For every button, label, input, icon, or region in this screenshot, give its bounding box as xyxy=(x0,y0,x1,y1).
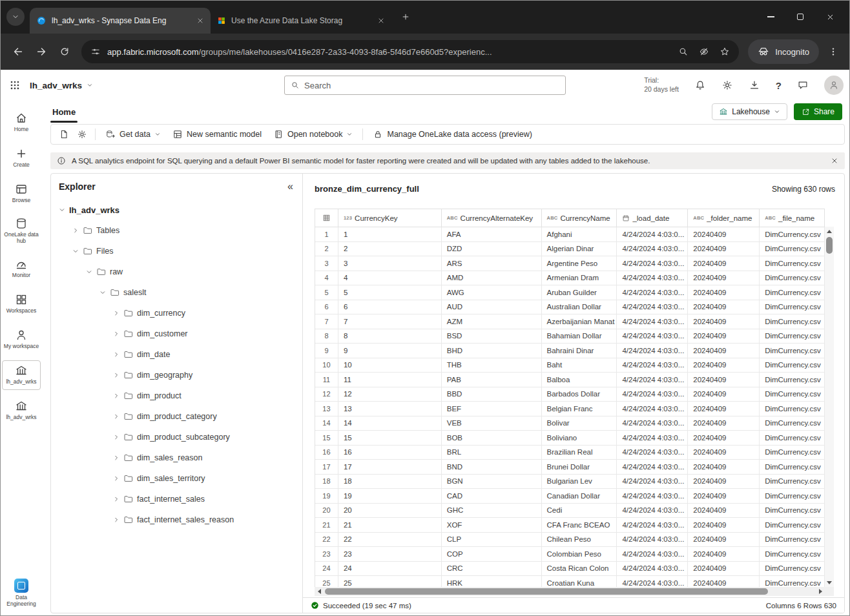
chevron-down-icon[interactable] xyxy=(57,207,66,213)
select-all-cell[interactable] xyxy=(315,209,338,227)
forward-button[interactable] xyxy=(30,40,53,63)
tree-item-dim_date[interactable]: dim_date xyxy=(51,344,302,365)
chevron-right-icon[interactable] xyxy=(112,372,120,378)
eye-blocked-icon[interactable] xyxy=(699,46,709,57)
column-header-_load_date[interactable]: _load_date xyxy=(617,209,688,227)
tree-item-raw[interactable]: raw xyxy=(51,262,302,282)
tree-item-fact_internet_sales[interactable]: fact_internet_sales xyxy=(51,489,302,509)
chevron-right-icon[interactable] xyxy=(71,227,79,234)
row-number-cell[interactable]: 24 xyxy=(315,562,338,577)
tree-item-Files[interactable]: Files xyxy=(51,241,302,262)
browser-tab-inactive[interactable]: Use the Azure Data Lake Storag xyxy=(211,8,391,34)
tree-item-dim_sales_territory[interactable]: dim_sales_territory xyxy=(51,468,302,489)
chevron-right-icon[interactable] xyxy=(112,310,120,316)
scroll-up-button[interactable] xyxy=(825,227,834,236)
help-button[interactable]: ? xyxy=(776,80,782,91)
manage-onelake-access-button[interactable]: Manage OneLake data access (preview) xyxy=(367,126,537,143)
tree-item-saleslt[interactable]: saleslt xyxy=(51,282,302,303)
vertical-scroll-thumb[interactable] xyxy=(826,237,833,254)
chevron-right-icon[interactable] xyxy=(112,517,120,523)
chevron-right-icon[interactable] xyxy=(112,393,120,399)
row-number-cell[interactable]: 12 xyxy=(315,387,338,402)
tree-item-dim_product_category[interactable]: dim_product_category xyxy=(51,406,302,427)
workspace-switcher[interactable]: lh_adv_wrks xyxy=(30,81,93,90)
row-number-cell[interactable]: 1 xyxy=(315,227,338,242)
maximize-button[interactable] xyxy=(785,0,815,34)
lakehouse-mode-dropdown[interactable]: Lakehouse xyxy=(712,103,787,120)
chevron-right-icon[interactable] xyxy=(112,351,120,358)
row-number-cell[interactable]: 17 xyxy=(315,460,338,475)
chevron-down-icon[interactable] xyxy=(71,248,79,254)
row-number-cell[interactable]: 4 xyxy=(315,271,338,286)
tree-item-dim_currency[interactable]: dim_currency xyxy=(51,303,302,323)
row-number-cell[interactable]: 9 xyxy=(315,344,338,358)
tree-item-dim_geography[interactable]: dim_geography xyxy=(51,365,302,385)
scroll-right-button[interactable] xyxy=(816,587,825,596)
scroll-left-button[interactable] xyxy=(315,587,324,596)
tab-home[interactable]: Home xyxy=(50,101,78,123)
nav-rail-item-browse[interactable]: Browse xyxy=(2,178,41,208)
column-header-CurrencyAlternateKey[interactable]: ABCCurrencyAlternateKey xyxy=(442,209,542,227)
collapse-explorer-button[interactable]: « xyxy=(287,181,293,192)
row-number-cell[interactable]: 19 xyxy=(315,489,338,504)
notifications-button[interactable] xyxy=(694,79,706,91)
bookmark-star-icon[interactable] xyxy=(720,46,730,57)
tree-item-Tables[interactable]: Tables xyxy=(51,220,302,241)
browser-menu-button[interactable] xyxy=(823,40,844,63)
back-button[interactable] xyxy=(6,40,30,63)
nav-rail-item-lakehouse-2[interactable]: lh_adv_wrks xyxy=(2,396,41,426)
downloads-button[interactable] xyxy=(749,79,760,91)
minimize-button[interactable] xyxy=(756,0,785,34)
new-semantic-model-button[interactable]: New semantic model xyxy=(167,126,267,143)
scroll-down-button[interactable] xyxy=(825,578,834,587)
nav-rail-item-home[interactable]: Home xyxy=(2,107,41,137)
export-button[interactable] xyxy=(55,126,73,143)
feedback-button[interactable] xyxy=(797,79,809,91)
tree-item-dim_product_subcategory[interactable]: dim_product_subcategory xyxy=(51,427,302,447)
close-window-button[interactable] xyxy=(815,0,845,34)
row-number-cell[interactable]: 11 xyxy=(315,373,338,387)
row-number-cell[interactable]: 5 xyxy=(315,285,338,300)
tree-item-fact_internet_sales_reason[interactable]: fact_internet_sales_reason xyxy=(51,509,302,530)
url-bar[interactable]: app.fabric.microsoft.com /groups/me/lake… xyxy=(81,40,739,63)
tab-close-icon[interactable] xyxy=(377,17,385,25)
row-number-cell[interactable]: 14 xyxy=(315,416,338,431)
row-number-cell[interactable]: 6 xyxy=(315,300,338,315)
browser-tab-active[interactable]: lh_adv_wrks - Synapse Data Eng xyxy=(30,8,211,34)
tab-close-icon[interactable] xyxy=(196,17,204,25)
row-number-cell[interactable]: 20 xyxy=(315,504,338,518)
row-number-cell[interactable]: 23 xyxy=(315,547,338,562)
row-number-cell[interactable]: 18 xyxy=(315,475,338,489)
chevron-right-icon[interactable] xyxy=(112,413,120,420)
nav-rail-item-my-workspace[interactable]: My workspace xyxy=(2,325,41,354)
tab-search-button[interactable] xyxy=(6,8,25,26)
horizontal-scrollbar[interactable] xyxy=(315,587,825,596)
nav-rail-item-data-engineering[interactable]: Data Engineering xyxy=(2,575,41,611)
nav-rail-item-monitor[interactable]: Monitor xyxy=(2,254,41,283)
chevron-right-icon[interactable] xyxy=(112,434,120,440)
open-notebook-button[interactable]: Open notebook xyxy=(267,126,359,143)
nav-rail-item-onelake[interactable]: OneLake data hub xyxy=(2,214,41,248)
app-launcher-button[interactable] xyxy=(0,79,30,91)
new-tab-button[interactable] xyxy=(397,8,415,26)
row-number-cell[interactable]: 25 xyxy=(315,576,338,588)
chevron-down-icon[interactable] xyxy=(98,289,107,296)
chevron-down-icon[interactable] xyxy=(85,269,93,275)
tree-item-dim_sales_reason[interactable]: dim_sales_reason xyxy=(51,447,302,468)
row-number-cell[interactable]: 2 xyxy=(315,242,338,257)
row-number-cell[interactable]: 8 xyxy=(315,329,338,344)
tree-item-lh_adv_wrks[interactable]: lh_adv_wrks xyxy=(51,200,302,220)
chevron-right-icon[interactable] xyxy=(112,455,120,461)
tree-item-dim_product[interactable]: dim_product xyxy=(51,385,302,406)
chevron-right-icon[interactable] xyxy=(112,496,120,502)
column-header-_file_name[interactable]: ABC_file_name xyxy=(760,209,825,227)
row-number-cell[interactable]: 13 xyxy=(315,402,338,416)
chevron-right-icon[interactable] xyxy=(112,331,120,337)
account-avatar[interactable] xyxy=(824,76,844,95)
global-search[interactable] xyxy=(284,76,566,95)
row-number-cell[interactable]: 3 xyxy=(315,256,338,271)
column-header-_folder_name[interactable]: ABC_folder_name xyxy=(688,209,760,227)
tree-item-dim_customer[interactable]: dim_customer xyxy=(51,323,302,344)
get-data-button[interactable]: Get data xyxy=(99,126,167,143)
column-header-CurrencyName[interactable]: ABCCurrencyName xyxy=(542,209,617,227)
